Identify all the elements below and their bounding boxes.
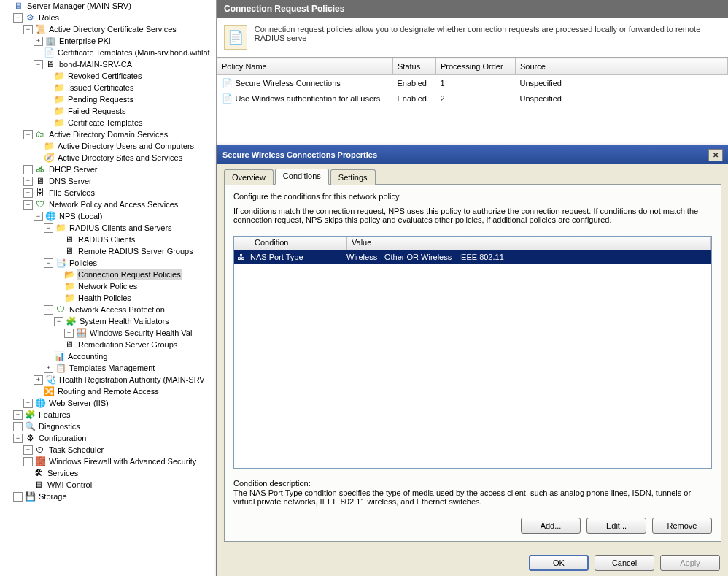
tree-node-network-policies[interactable]: 📁Network Policies [54, 280, 216, 292]
col-condition[interactable]: Condition [250, 237, 347, 250]
expand-icon[interactable]: + [64, 329, 74, 338]
expand-icon[interactable]: + [34, 37, 43, 46]
collapse-icon[interactable]: − [13, 434, 23, 443]
table-row[interactable]: 📄 Use Windows authentication for all use… [217, 91, 728, 106]
tree-node-iis[interactable]: +🌐Web Server (IIS) [23, 397, 216, 409]
adcs-icon: 📜 [34, 23, 46, 35]
tree-node-radius-cs[interactable]: −📁RADIUS Clients and Servers [44, 222, 216, 234]
tree-node-nap[interactable]: −🛡Network Access Protection [44, 304, 216, 315]
content-info-text: Connection request policies allow you to… [255, 25, 721, 42]
dialog-titlebar[interactable]: Secure Wireless Connections Properties ✕ [217, 145, 728, 164]
tree-node-accounting[interactable]: 📊Accounting [44, 350, 216, 362]
tree-node-wmi[interactable]: 🖥WMI Control [23, 479, 216, 491]
add-button[interactable]: Add... [521, 518, 581, 534]
tree-node-configuration[interactable]: −⚙Configuration [13, 432, 216, 444]
tree-node-rsg[interactable]: 🖥Remediation Server Groups [54, 339, 216, 350]
tree-node-bond-ca[interactable]: −🖥bond-MAIN-SRV-CA [34, 58, 216, 70]
apply-button[interactable]: Apply [660, 555, 720, 571]
edit-button[interactable]: Edit... [586, 518, 646, 534]
tree-node-nps-local[interactable]: −🌐NPS (Local) [34, 210, 216, 222]
collapse-icon[interactable]: − [54, 317, 63, 326]
col-processing-order[interactable]: Processing Order [436, 58, 516, 75]
col-status[interactable]: Status [393, 58, 436, 75]
collapse-icon[interactable]: − [23, 25, 33, 34]
tree-node-rras[interactable]: 🔀Routing and Remote Access [34, 385, 216, 397]
collapse-icon[interactable]: − [44, 258, 53, 268]
adds-icon: 🗂 [34, 128, 46, 140]
tree-root[interactable]: 🖥 Server Manager (MAIN-SRV) [3, 0, 216, 12]
col-value[interactable]: Value [347, 237, 711, 250]
expand-icon[interactable]: + [13, 492, 23, 502]
tree-node-task-scheduler[interactable]: +⏲Task Scheduler [23, 444, 216, 456]
expand-icon[interactable]: + [23, 399, 33, 408]
collapse-icon[interactable]: − [44, 223, 53, 233]
tree-node-pending[interactable]: 📁Pending Requests [44, 93, 216, 105]
ok-button[interactable]: OK [529, 555, 589, 571]
conditions-list[interactable]: Condition Value 🖧 NAS Port Type Wireless… [233, 236, 712, 469]
remove-button[interactable]: Remove [652, 518, 712, 534]
tab-overview[interactable]: Overview [224, 169, 274, 185]
table-row[interactable]: 📄 Secure Wireless Connections Enabled 1 … [217, 75, 728, 91]
tree-node-features[interactable]: +🧩Features [13, 409, 216, 421]
tree-node-connection-request-policies[interactable]: 📂Connection Request Policies [54, 269, 216, 280]
policies-table[interactable]: Policy Name Status Processing Order Sour… [217, 58, 728, 106]
condition-description: Condition description: The NAS Port Type… [233, 479, 712, 506]
tab-conditions[interactable]: Conditions [275, 169, 329, 185]
close-button[interactable]: ✕ [708, 149, 723, 161]
tree-node-issued[interactable]: 📁Issued Certificates [44, 82, 216, 93]
navigation-tree[interactable]: 🖥 Server Manager (MAIN-SRV) − ⚙ Roles [0, 0, 216, 502]
condition-description-heading: Condition description: [233, 479, 712, 488]
tree-node-roles[interactable]: − ⚙ Roles [13, 12, 216, 23]
collapse-icon[interactable]: − [44, 305, 53, 315]
tree-node-failed[interactable]: 📁Failed Requests [44, 105, 216, 117]
tree-node-storage[interactable]: +💾Storage [13, 491, 216, 502]
tree-node-wshv[interactable]: +🪟Windows Security Health Val [64, 327, 216, 339]
expand-icon[interactable]: + [23, 445, 33, 455]
tree-node-adds[interactable]: −🗂Active Directory Domain Services [23, 128, 216, 140]
tree-node-policies[interactable]: −📑Policies [44, 257, 216, 269]
tree-node-revoked[interactable]: 📁Revoked Certificates [44, 70, 216, 82]
tree-node-wfas[interactable]: +🧱Windows Firewall with Advanced Securit… [23, 456, 216, 467]
col-policy-name[interactable]: Policy Name [217, 58, 393, 75]
collapse-icon[interactable]: − [23, 200, 33, 210]
tree-node-dns[interactable]: +🖥DNS Server [23, 175, 216, 187]
expand-icon[interactable]: + [23, 188, 33, 198]
tree-node-services[interactable]: 🛠Services [23, 467, 216, 479]
tree-node-npas[interactable]: −🛡Network Policy and Access Services [23, 199, 216, 210]
tree-node-remote-radius[interactable]: 🖥Remote RADIUS Server Groups [54, 245, 216, 257]
tree-node-shv[interactable]: −🧩System Health Validators [54, 315, 216, 327]
collapse-icon[interactable]: − [13, 13, 23, 23]
cancel-button[interactable]: Cancel [595, 555, 654, 571]
properties-dialog: Secure Wireless Connections Properties ✕… [216, 145, 728, 576]
expand-icon[interactable]: + [23, 177, 33, 186]
col-source[interactable]: Source [516, 58, 728, 75]
tree-node-enterprise-pki[interactable]: +🏢Enterprise PKI [34, 35, 216, 47]
dialog-tabs: Overview Conditions Settings [224, 169, 721, 185]
expand-icon[interactable]: + [34, 375, 43, 385]
tree-node-cert-templates-main[interactable]: 📄Certificate Templates (Main-srv.bond.wi… [34, 47, 216, 58]
tree-node-diagnostics[interactable]: +🔍Diagnostics [13, 421, 216, 432]
tree-node-health-policies[interactable]: 📁Health Policies [54, 292, 216, 304]
tree-node-ad-sites[interactable]: 🧭Active Directory Sites and Services [34, 152, 216, 164]
tree-node-ad-users[interactable]: 📁Active Directory Users and Computers [34, 140, 216, 152]
pki-icon: 🏢 [44, 35, 56, 47]
tree-node-dhcp[interactable]: +🖧DHCP Server [23, 164, 216, 175]
tree-node-adcs[interactable]: − 📜 Active Directory Certificate Service… [23, 23, 216, 35]
expand-icon[interactable]: + [13, 422, 23, 431]
expand-icon[interactable]: + [44, 364, 53, 373]
expand-icon[interactable]: + [23, 165, 33, 174]
collapse-icon[interactable]: − [34, 212, 43, 221]
expand-icon[interactable]: + [23, 457, 33, 466]
collapse-icon[interactable]: − [23, 130, 33, 139]
tab-settings[interactable]: Settings [330, 169, 376, 185]
tree-node-radius-clients[interactable]: 🖥RADIUS Clients [54, 234, 216, 245]
tree-root-label: Server Manager (MAIN-SRV) [26, 0, 133, 12]
tree-node-file-services[interactable]: +🗄File Services [23, 187, 216, 199]
expand-icon[interactable]: + [13, 410, 23, 420]
tree-node-cert-templates[interactable]: 📁Certificate Templates [44, 117, 216, 128]
condition-row[interactable]: 🖧 NAS Port Type Wireless - Other OR Wire… [234, 250, 711, 264]
tree-node-hra[interactable]: +🩺Health Registration Authority (MAIN-SR… [34, 374, 216, 385]
collapse-icon[interactable]: − [34, 60, 43, 69]
tree-node-label: Remote RADIUS Server Groups [77, 245, 195, 257]
tree-node-templates-mgmt[interactable]: +📋Templates Management [44, 362, 216, 374]
